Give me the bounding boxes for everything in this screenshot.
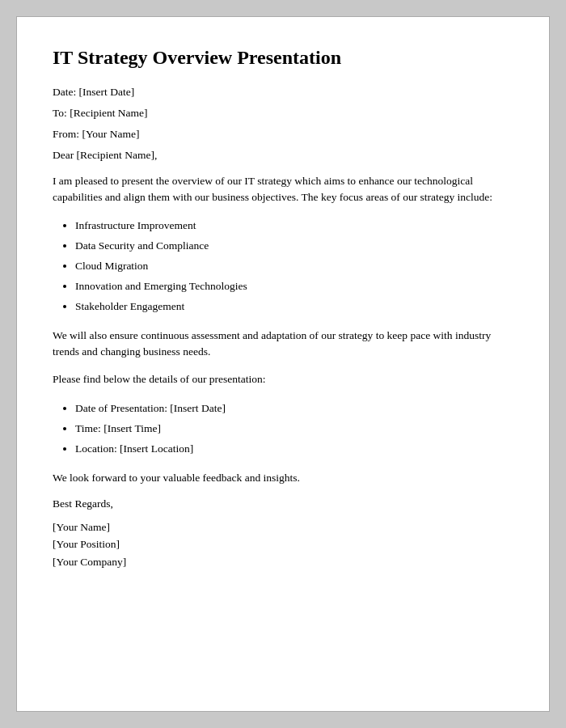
signature-name: [Your Name]: [53, 518, 513, 536]
list-item: Stakeholder Engagement: [75, 298, 513, 316]
list-item: Infrastructure Improvement: [75, 217, 513, 235]
closing-salutation: Best Regards,: [53, 497, 513, 510]
document-page: IT Strategy Overview Presentation Date: …: [16, 16, 550, 712]
date-line: Date: [Insert Date]: [53, 86, 513, 99]
signature-block: [Your Name] [Your Position] [Your Compan…: [53, 518, 513, 571]
list-item: Location: [Insert Location]: [75, 440, 513, 459]
closing-body-paragraph: We look forward to your valuable feedbac…: [53, 470, 513, 486]
list-item: Data Security and Compliance: [75, 237, 513, 256]
continuation-paragraph: We will also ensure continuous assessmen…: [53, 328, 513, 361]
strategy-list: Infrastructure Improvement Data Security…: [75, 217, 513, 316]
list-item: Cloud Migration: [75, 257, 513, 276]
list-item: Time: [Insert Time]: [75, 420, 513, 438]
to-line: To: [Recipient Name]: [53, 107, 513, 120]
presentation-intro-paragraph: Please find below the details of our pre…: [53, 371, 513, 387]
intro-paragraph: I am pleased to present the overview of …: [53, 173, 513, 206]
signature-position: [Your Position]: [53, 535, 513, 553]
presentation-details-list: Date of Presentation: [Insert Date] Time…: [75, 400, 513, 459]
from-line: From: [Your Name]: [53, 128, 513, 141]
list-item: Innovation and Emerging Technologies: [75, 277, 513, 296]
salutation: Dear [Recipient Name],: [53, 149, 513, 162]
list-item: Date of Presentation: [Insert Date]: [75, 400, 513, 418]
signature-company: [Your Company]: [53, 553, 513, 571]
document-title: IT Strategy Overview Presentation: [53, 46, 513, 70]
